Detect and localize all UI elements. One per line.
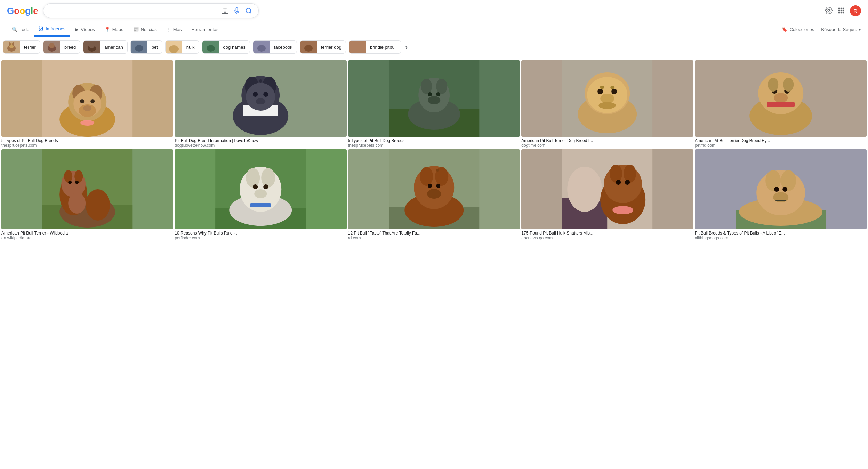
image-box-8 [348, 149, 520, 229]
tab-maps[interactable]: 📍 Maps [100, 23, 128, 36]
image-card-2[interactable]: Pit Bull Dog Breed Information | LoveToK… [175, 60, 346, 148]
colecciones-button[interactable]: 🔖 Colecciones [782, 23, 814, 36]
tools-button[interactable]: Herramientas [186, 23, 223, 36]
svg-point-70 [597, 89, 603, 94]
svg-point-23 [89, 43, 95, 48]
image-box-2 [175, 60, 346, 137]
svg-point-133 [782, 187, 787, 192]
svg-point-81 [774, 93, 788, 103]
tab-imagenes[interactable]: 🖼 Imágenes [34, 22, 70, 37]
svg-point-109 [414, 166, 454, 209]
search-submit-button[interactable] [244, 7, 253, 15]
chip-terrier[interactable]: terrier [3, 40, 40, 54]
tab-todo[interactable]: 🔍 Todo [7, 23, 34, 36]
svg-point-132 [774, 187, 779, 192]
chip-label: dog names [219, 43, 250, 51]
noticias-tab-icon: 📰 [133, 27, 139, 32]
maps-tab-icon: 📍 [105, 27, 110, 32]
image-card-7[interactable]: 10 Reasons Why Pit Bulls Rule - ... petf… [175, 149, 346, 240]
chip-american[interactable]: american [83, 40, 127, 54]
chip-label: pet [147, 43, 162, 51]
chip-brindle-pitbull[interactable]: brindle pitbull [349, 40, 401, 54]
svg-rect-82 [767, 102, 795, 107]
image-source-2: dogs.lovetoknow.com [175, 143, 346, 148]
chip-hulk[interactable]: hulk [165, 40, 199, 54]
images-tab-icon: 🖼 [39, 26, 43, 31]
svg-point-73 [598, 102, 616, 109]
svg-point-120 [604, 165, 642, 203]
chips-next-button[interactable]: › [403, 40, 411, 54]
image-source-3: thesprucepets.com [348, 143, 520, 148]
image-box-6 [1, 149, 173, 229]
mas-tab-icon: ⋮ [167, 27, 171, 32]
search-tab-icon: 🔍 [12, 27, 17, 32]
svg-point-112 [428, 184, 432, 188]
image-source-8: rd.com [348, 236, 520, 240]
svg-point-25 [135, 45, 143, 52]
chip-facebook[interactable]: facebook [253, 40, 297, 54]
image-card-5[interactable]: American Pit Bull Terrier Dog Breed Hy..… [695, 60, 867, 148]
svg-point-101 [262, 168, 275, 188]
image-card-10[interactable]: Pit Bull Breeds & Types of Pit Bulls - A… [695, 149, 867, 240]
chip-thumb-breed [43, 41, 60, 53]
image-row-2: American Pit Bull Terrier - Wikipedia en… [1, 149, 867, 240]
image-card-6[interactable]: American Pit Bull Terrier - Wikipedia en… [1, 149, 173, 240]
svg-point-53 [253, 92, 258, 97]
chip-label: terrier [20, 43, 40, 51]
avatar[interactable]: R [850, 5, 861, 16]
tab-mas[interactable]: ⋮ Más [162, 23, 187, 36]
chip-thumb-facebook [253, 41, 270, 53]
voice-search-button[interactable] [233, 7, 241, 15]
svg-line-4 [250, 12, 251, 14]
image-card-1[interactable]: 5 Types of Pit Bull Dog Breeds thespruce… [1, 60, 173, 148]
camera-search-button[interactable] [221, 7, 229, 15]
image-card-3[interactable]: 5 Types of Pit Bull Dog Breeds thespruce… [348, 60, 520, 148]
svg-point-61 [421, 79, 432, 94]
chip-label: facebook [270, 43, 297, 51]
svg-point-71 [611, 89, 617, 94]
svg-rect-12 [838, 11, 840, 13]
svg-point-55 [256, 98, 266, 104]
image-row-1: 5 Types of Pit Bull Dog Breeds thespruce… [1, 60, 867, 148]
image-card-9[interactable]: 175-Pound Pit Bull Hulk Shatters Mis... … [521, 149, 693, 240]
chip-breed[interactable]: breed [43, 40, 80, 54]
chip-dog-names[interactable]: dog names [202, 40, 250, 54]
image-title-10: Pit Bull Breeds & Types of Pit Bulls - A… [695, 231, 867, 236]
image-source-6: en.wikipedia.org [1, 236, 173, 240]
svg-point-94 [68, 193, 86, 214]
chip-thumb-brindle [349, 41, 366, 53]
image-box-5 [695, 60, 867, 137]
image-box-9 [521, 149, 693, 229]
svg-rect-13 [841, 11, 842, 13]
svg-point-42 [80, 99, 84, 103]
svg-point-3 [246, 8, 250, 13]
image-box-4 [521, 60, 693, 137]
nav-tabs: 🔍 Todo 🖼 Imágenes ▶ Vídeos 📍 Maps 📰 Noti… [0, 22, 868, 37]
apps-button[interactable] [837, 7, 845, 15]
image-title-7: 10 Reasons Why Pit Bulls Rule - ... [175, 231, 346, 236]
busqueda-segura-button[interactable]: Búsqueda Segura ▾ [821, 23, 861, 36]
svg-point-33 [304, 45, 313, 52]
image-card-8[interactable]: 12 Pit Bull "Facts" That Are Totally Fa.… [348, 149, 520, 240]
header: Google pitbull dogs [0, 0, 868, 22]
svg-rect-105 [250, 203, 271, 207]
svg-rect-9 [838, 9, 840, 11]
svg-point-123 [616, 180, 621, 185]
svg-point-92 [68, 181, 72, 184]
svg-rect-6 [838, 7, 840, 9]
google-logo[interactable]: Google [7, 6, 38, 16]
svg-point-84 [783, 78, 794, 92]
image-card-4[interactable]: American Pit Bull Terrier Dog Breed I...… [521, 60, 693, 148]
svg-point-52 [246, 83, 275, 111]
tab-videos[interactable]: ▶ Vídeos [70, 23, 99, 36]
chip-terrier-dog[interactable]: terrier dog [300, 40, 346, 54]
svg-point-56 [259, 79, 263, 83]
chip-pet[interactable]: pet [130, 40, 162, 54]
svg-point-83 [768, 78, 778, 92]
svg-point-102 [253, 184, 258, 189]
search-input[interactable]: pitbull dogs [49, 8, 217, 14]
settings-button[interactable] [825, 7, 833, 15]
tab-noticias[interactable]: 📰 Noticias [128, 23, 162, 36]
image-source-9: abcnews.go.com [521, 236, 693, 240]
image-box-1 [1, 60, 173, 137]
